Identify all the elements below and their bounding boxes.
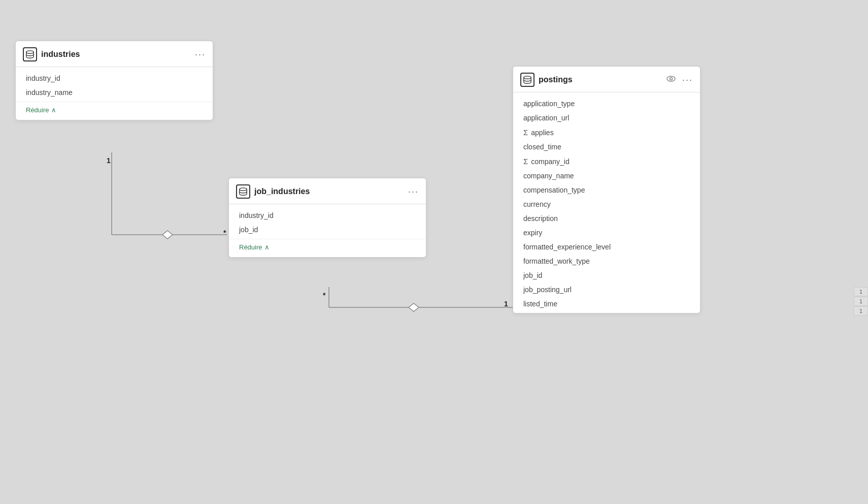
sigma-applies: Σ — [523, 128, 528, 137]
postings-title: postings — [539, 75, 573, 84]
field-listed_time: listed_time — [513, 297, 700, 311]
field-description: description — [513, 211, 700, 226]
rel-label-1: 1 — [107, 156, 111, 165]
field-applies: Σ applies — [513, 125, 700, 140]
svg-point-9 — [524, 76, 531, 79]
field-expiry: expiry — [513, 226, 700, 240]
industries-header-left: industries — [23, 47, 80, 61]
industries-card: industries ··· industry_id industry_name… — [15, 41, 213, 120]
job-industries-header-left: job_industries — [236, 184, 310, 199]
job-industries-icon — [236, 184, 250, 199]
field-formatted_work_type: formatted_work_type — [513, 254, 700, 268]
field-job_posting_url: job_posting_url — [513, 282, 700, 297]
rel-label-1-right: 1 — [504, 300, 508, 308]
industries-header: industries ··· — [16, 41, 213, 67]
postings-view-icon[interactable] — [666, 74, 676, 86]
scroll-indicator-2: 1 — [854, 297, 868, 306]
postings-header: postings ··· — [513, 67, 700, 92]
job-industries-footer: Réduire ∧ — [229, 239, 426, 257]
rel-label-many1: * — [223, 229, 226, 237]
field-industry_id: industry_id — [16, 71, 213, 85]
postings-icon — [520, 73, 535, 87]
svg-marker-6 — [409, 303, 419, 311]
rel-label-many2: * — [323, 291, 325, 299]
scroll-indicator-3: 1 — [854, 306, 868, 316]
job-industries-reduce[interactable]: Réduire ∧ — [239, 243, 416, 251]
svg-point-11 — [670, 77, 672, 80]
postings-card: postings ··· application_type app — [513, 66, 700, 313]
svg-point-10 — [667, 76, 675, 81]
industries-fields: industry_id industry_name — [16, 67, 213, 102]
postings-menu[interactable]: ··· — [682, 75, 693, 85]
job-industries-card: job_industries ··· industry_id job_id Ré… — [228, 178, 426, 258]
scroll-indicator-1: 1 — [854, 287, 868, 296]
field-ji-job_id: job_id — [229, 223, 426, 237]
postings-fields[interactable]: application_type application_url Σ appli… — [513, 92, 700, 313]
industries-reduce[interactable]: Réduire ∧ — [26, 106, 203, 114]
industries-title: industries — [41, 50, 80, 59]
field-company_name: company_name — [513, 169, 700, 183]
field-application_url: application_url — [513, 111, 700, 125]
svg-point-7 — [26, 51, 34, 53]
field-closed_time: closed_time — [513, 140, 700, 154]
field-application_type: application_type — [513, 97, 700, 111]
field-ji-industry_id: industry_id — [229, 208, 426, 223]
svg-point-8 — [240, 188, 247, 191]
svg-marker-2 — [162, 231, 173, 239]
job-industries-header: job_industries ··· — [229, 178, 426, 204]
sigma-company_id: Σ — [523, 157, 528, 166]
field-job_id: job_id — [513, 268, 700, 282]
field-industry_name: industry_name — [16, 85, 213, 100]
industries-icon — [23, 47, 37, 61]
postings-header-left: postings — [520, 73, 573, 87]
job-industries-menu[interactable]: ··· — [408, 186, 419, 197]
scroll-indicators: 1 1 1 — [854, 287, 868, 316]
job-industries-fields: industry_id job_id — [229, 204, 426, 239]
job-industries-title: job_industries — [254, 187, 310, 196]
field-formatted_experience_level: formatted_experience_level — [513, 240, 700, 254]
industries-menu[interactable]: ··· — [195, 49, 206, 60]
canvas: 1 * * 1 industries ··· industry_id — [0, 0, 868, 504]
industries-footer: Réduire ∧ — [16, 102, 213, 120]
field-company_id: Σ company_id — [513, 154, 700, 169]
field-compensation_type: compensation_type — [513, 183, 700, 197]
field-currency: currency — [513, 197, 700, 211]
